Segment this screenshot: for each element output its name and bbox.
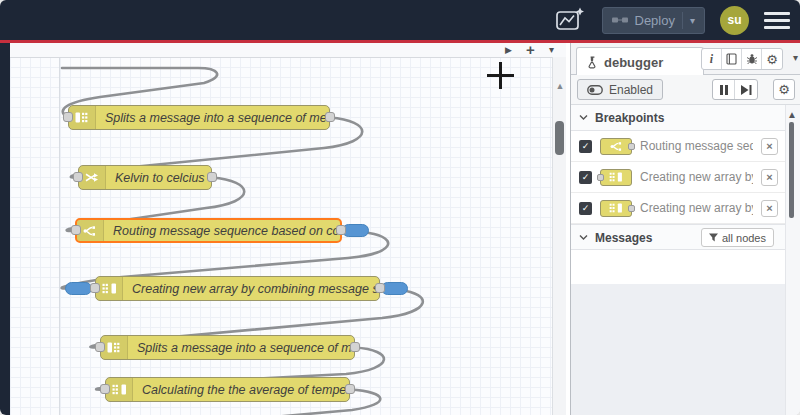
breakpoint-checkbox[interactable]: ✓ [579,202,592,215]
deploy-label: Deploy [635,13,675,28]
gear-icon: ⚙ [778,83,790,96]
pause-icon [720,85,728,95]
node-input-port[interactable] [71,225,81,235]
export-image-button[interactable] [553,6,587,34]
gear-icon: ⚙ [766,53,778,66]
step-icon [741,85,752,95]
debugger-settings-button[interactable]: ⚙ [773,79,795,100]
input-port-marker [597,174,604,181]
flow-node-join-1[interactable]: Creating new array by combining message … [95,276,380,301]
tab-debugger-label: debugger [604,55,663,70]
breakpoint-label: Creating new array by combining message … [640,201,753,215]
user-avatar[interactable]: su [720,6,749,35]
breakpoint-row[interactable]: ✓ Creating new array by combining messag… [571,193,800,224]
remove-breakpoint-button[interactable]: × [761,169,778,186]
node-output-port[interactable] [345,384,355,394]
main-menu-button[interactable] [764,12,790,29]
join-node-icon [600,200,632,217]
queued-messages-badge[interactable] [381,282,408,295]
remove-breakpoint-button[interactable]: × [761,200,778,217]
messages-empty-area [571,250,800,284]
node-input-port[interactable] [63,112,73,122]
burger-bar [764,19,790,22]
canvas-scrollbar[interactable]: ▲ [552,57,566,415]
split-icon [101,336,128,359]
node-red-window: Deploy ▾ su ▶ + ▾ [0,0,800,415]
breakpoint-row[interactable]: ✓ Creating new array by combining messag… [571,162,800,193]
flow-node-split-1[interactable]: Splits a message into a sequence of mess… [68,105,330,130]
node-input-port[interactable] [73,172,83,182]
node-output-port[interactable] [336,225,346,235]
join-icon [96,277,123,300]
node-input-port[interactable] [100,384,110,394]
output-port-marker [628,205,635,212]
palette-edge-strip [0,43,10,415]
tab-scroll-right-button[interactable]: ▶ [505,46,512,55]
debug-tab-button[interactable] [742,49,762,69]
bug-icon [746,53,758,65]
deploy-divider [682,12,683,29]
breakpoint-checkbox[interactable]: ✓ [579,171,592,184]
burger-bar [764,12,790,15]
node-label: Splits a message into a sequence of mess… [128,341,354,355]
node-output-port[interactable] [325,112,335,122]
help-tab-button[interactable] [722,49,742,69]
breakpoint-checkbox[interactable]: ✓ [579,140,592,153]
breakpoints-title: Breakpoints [595,111,664,125]
canvas-scrollbar-thumb[interactable] [555,121,564,155]
messages-title: Messages [595,231,652,245]
tab-debugger[interactable]: debugger [576,47,704,76]
deploy-node-icon [612,15,628,25]
scroll-up-arrow-icon[interactable]: ▲ [554,81,566,91]
toggle-icon [587,85,603,95]
node-output-port[interactable] [350,342,360,352]
canvas-boundary-line [59,57,60,415]
change-icon [79,166,106,189]
deploy-caret-icon[interactable]: ▾ [690,15,695,26]
split-icon [69,106,96,129]
enabled-label: Enabled [609,83,653,97]
flow-node-split-2[interactable]: Splits a message into a sequence of mess… [100,335,355,360]
info-icon: i [710,52,713,67]
sidebar-tabs-menu-button[interactable]: ▾ [793,52,798,63]
node-label: Kelvin to celcius [106,171,211,185]
sidebar-scrollbar-thumb[interactable] [789,122,794,218]
messages-section-header[interactable]: Messages all nodes [571,224,800,250]
step-next-button[interactable] [735,80,757,99]
switch-icon [77,220,104,241]
node-input-port[interactable] [95,342,105,352]
flask-icon [587,56,598,69]
flow-node-join-2[interactable]: Calculating the the average of temperatu… [105,377,350,402]
node-output-port[interactable] [375,283,385,293]
funnel-icon [709,233,718,242]
config-tab-button[interactable]: ⚙ [762,49,782,69]
switch-node-icon [600,138,632,155]
node-output-port[interactable] [207,172,217,182]
join-node-icon [600,169,632,186]
deploy-button[interactable]: Deploy ▾ [602,7,706,34]
add-flow-button[interactable]: + [526,42,535,57]
remove-breakpoint-button[interactable]: × [761,138,778,155]
chevron-down-icon [579,234,588,241]
sidebar-panel: debugger i [570,43,800,415]
info-tab-button[interactable]: i [702,49,722,69]
output-port-marker [628,143,635,150]
book-icon [726,53,737,65]
debugger-enabled-toggle[interactable]: Enabled [577,79,663,100]
chevron-down-icon [579,114,588,121]
queued-messages-badge[interactable] [342,224,369,237]
scroll-up-arrow-icon[interactable]: ▲ [787,109,797,120]
filter-label: all nodes [722,232,766,244]
crosshair-cursor [499,62,502,89]
flow-node-change[interactable]: Kelvin to celcius [78,165,212,190]
pause-button[interactable] [713,80,735,99]
breakpoints-section-header[interactable]: Breakpoints [571,105,800,131]
breakpoint-label: Routing message sequence based on condit… [640,139,753,153]
queued-messages-badge[interactable] [65,282,92,295]
flow-node-switch[interactable]: Routing message sequence based on condit… [75,218,342,243]
message-filter-button[interactable]: all nodes [701,228,774,247]
flow-list-button[interactable]: ▾ [549,45,554,55]
node-input-port[interactable] [90,283,100,293]
breakpoint-row[interactable]: ✓ Routing message sequence based on cond… [571,131,800,162]
node-label: Routing message sequence based on condit… [104,224,340,238]
